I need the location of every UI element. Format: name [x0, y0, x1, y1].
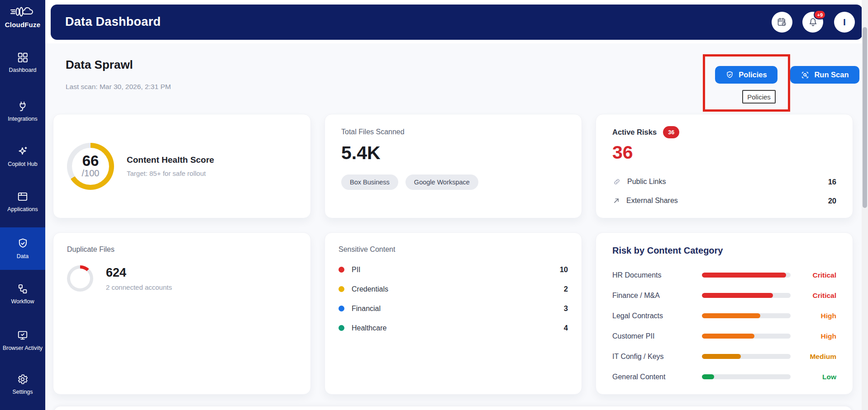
policies-button-label: Policies: [739, 71, 767, 79]
scrollbar-thumb[interactable]: [863, 27, 867, 208]
active-risks-card: Active Risks 36 36 Public Links 16 Exter…: [596, 114, 853, 218]
sidebar-item-copilot-hub[interactable]: Copilot Hub: [0, 139, 45, 174]
category-row-general-content: General Content Low: [612, 367, 836, 387]
category-label: General Content: [612, 373, 702, 381]
page-title: Data Sprawl: [66, 58, 133, 72]
sidebar-item-label: Settings: [2, 388, 43, 396]
sensitive-row-credentials: Credentials 2: [339, 279, 568, 299]
link-icon: [612, 177, 621, 186]
external-shares-label: External Shares: [626, 197, 678, 205]
shield-check-icon: [17, 237, 29, 250]
sensitive-value: 4: [564, 324, 568, 332]
risk-level-badge: High: [821, 332, 836, 340]
category-label: Customer PII: [612, 332, 702, 340]
sidebar-item-dashboard[interactable]: Dashboard: [0, 45, 45, 80]
vertical-scrollbar[interactable]: [862, 0, 868, 410]
public-links-value: 16: [828, 178, 836, 186]
risk-category-rows: HR Documents Critical Finance / M&A Crit…: [612, 265, 836, 387]
category-row-finance-ma: Finance / M&A Critical: [612, 285, 836, 306]
sidebar-item-integrations[interactable]: Integrations: [0, 94, 45, 129]
app-window-icon: [17, 191, 29, 203]
sidebar-item-label: Workflow: [2, 298, 43, 306]
sparkle-icon: [17, 146, 29, 157]
card-title: Active Risks: [612, 128, 657, 137]
policies-button[interactable]: Policies: [715, 66, 777, 84]
brand-name: CloudFuze: [0, 21, 45, 28]
progress-track: [702, 313, 791, 318]
scan-search-icon: [801, 71, 810, 80]
healthcare-dot: [339, 325, 344, 331]
sidebar-item-data[interactable]: Data: [0, 227, 45, 270]
app-header: Data Dashboard +9 I: [51, 5, 863, 40]
sensitive-row-financial: Financial 3: [339, 299, 568, 318]
total-files-value: 5.4K: [341, 142, 565, 164]
card-title: Duplicate Files: [67, 245, 297, 254]
category-row-legal-contracts: Legal Contracts High: [612, 306, 836, 326]
last-scan-text: Last scan: Mar 30, 2026, 2:31 PM: [66, 83, 171, 91]
sensitive-label: PII: [352, 266, 361, 274]
sidebar-item-label: Integrations: [2, 115, 43, 123]
progress-track: [702, 293, 791, 298]
sensitive-value: 10: [560, 265, 568, 274]
health-score-value: 66: [82, 154, 99, 168]
card-title: Sensitive Content: [339, 245, 568, 254]
cloudfuze-logo: CloudFuze: [0, 4, 45, 28]
category-row-hr-documents: HR Documents Critical: [612, 265, 836, 285]
shield-check-icon: [725, 71, 734, 79]
external-shares-row: External Shares 20: [612, 191, 836, 210]
progress-fill: [702, 313, 760, 318]
category-label: HR Documents: [612, 271, 702, 279]
sensitive-label: Financial: [352, 305, 381, 313]
sidebar-item-browser-activity[interactable]: Browser Activity: [0, 319, 45, 363]
progress-track: [702, 354, 791, 359]
risk-by-category-card: Risk by Content Category HR Documents Cr…: [596, 232, 853, 395]
financial-dot: [339, 306, 344, 311]
progress-track: [702, 273, 791, 278]
notifications-button[interactable]: +9: [802, 12, 823, 33]
risk-level-badge: Critical: [812, 292, 836, 300]
category-label: Legal Contracts: [612, 312, 702, 320]
risk-level-badge: Medium: [810, 353, 836, 361]
duplicate-files-card: Duplicate Files 624 2 connected accounts: [53, 232, 311, 395]
progress-fill: [702, 334, 754, 339]
active-risks-badge: 36: [663, 126, 679, 138]
arrow-up-right-icon: [612, 197, 620, 205]
sidebar-item-label: Dashboard: [2, 66, 43, 74]
category-label: Finance / M&A: [612, 292, 702, 300]
sidebar-item-label: Browser Activity: [2, 344, 43, 352]
sidebar-item-label: Copilot Hub: [2, 160, 43, 168]
progress-fill: [702, 273, 786, 278]
connected-accounts-text: 2 connected accounts: [106, 283, 172, 291]
pii-dot: [339, 267, 344, 273]
next-section-card-edge: [53, 406, 853, 410]
active-risks-value: 36: [612, 142, 836, 163]
sidebar-item-applications[interactable]: Applications: [0, 184, 45, 220]
gear-icon: [17, 373, 29, 385]
duplicate-files-value: 624: [106, 266, 172, 280]
sidebar-item-workflow[interactable]: Workflow: [0, 277, 45, 312]
run-scan-button[interactable]: Run Scan: [790, 66, 859, 84]
sensitive-label: Healthcare: [352, 324, 386, 332]
sensitive-value: 3: [564, 304, 568, 313]
progress-track: [702, 374, 791, 379]
sensitive-value: 2: [564, 285, 568, 293]
dashboard-grid-icon: [17, 52, 29, 63]
sidebar-item-label: Data: [2, 253, 43, 260]
card-title: Risk by Content Category: [612, 245, 836, 256]
card-title: Content Health Score: [127, 155, 214, 165]
progress-fill: [702, 354, 741, 359]
card-title: Total Files Scanned: [341, 128, 565, 136]
monitor-check-icon: [17, 330, 29, 341]
sidebar-item-label: Applications: [2, 206, 43, 213]
category-label: IT Config / Keys: [612, 353, 702, 361]
external-shares-value: 20: [828, 197, 836, 205]
sidebar-item-settings[interactable]: Settings: [0, 367, 45, 402]
public-links-row: Public Links 16: [612, 172, 836, 191]
user-avatar[interactable]: I: [834, 12, 855, 33]
health-score-denominator: /100: [82, 168, 100, 179]
risk-level-badge: High: [821, 312, 836, 320]
source-chip-box-business: Box Business: [341, 174, 398, 190]
run-scan-button-label: Run Scan: [814, 71, 849, 79]
sidebar: CloudFuze Dashboard Integrations Copilot…: [0, 0, 45, 410]
schedule-button[interactable]: [772, 12, 792, 33]
